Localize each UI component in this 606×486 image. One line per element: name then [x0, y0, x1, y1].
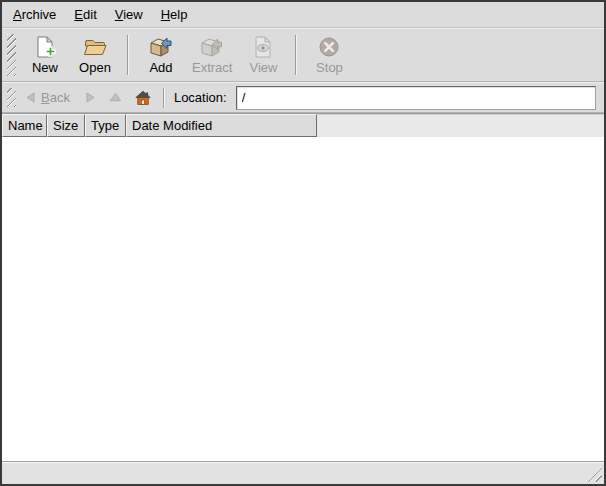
- menu-edit[interactable]: Edit: [65, 2, 105, 27]
- extract-button-label: Extract: [192, 61, 232, 75]
- column-header-date-modified[interactable]: Date Modified: [126, 114, 317, 137]
- menu-view-label: View: [115, 7, 143, 22]
- stop-button-label: Stop: [316, 61, 343, 75]
- file-list-empty-area[interactable]: [2, 137, 604, 461]
- back-button[interactable]: Back: [20, 86, 75, 110]
- add-button-label: Add: [149, 61, 172, 75]
- main-toolbar: New Open Add: [2, 28, 604, 82]
- file-list-view: Name Size Type Date Modified: [2, 113, 604, 461]
- home-button[interactable]: [130, 86, 156, 110]
- extract-button[interactable]: Extract: [186, 31, 238, 79]
- forward-icon: [83, 91, 96, 104]
- menu-archive[interactable]: Archive: [4, 2, 65, 27]
- back-button-label: Back: [41, 90, 70, 105]
- navigation-toolbar: Back Location:: [2, 82, 604, 113]
- stop-icon: [317, 35, 341, 59]
- menu-archive-label: Archive: [13, 7, 56, 22]
- toolbar-separator: [295, 35, 297, 75]
- menubar: Archive Edit View Help: [2, 2, 604, 28]
- view-button-label: View: [249, 61, 277, 75]
- menu-edit-label: Edit: [74, 7, 96, 22]
- home-icon: [135, 90, 151, 106]
- stop-button[interactable]: Stop: [304, 31, 354, 79]
- open-button-label: Open: [79, 61, 111, 75]
- up-button[interactable]: [104, 86, 127, 110]
- menu-help-label: Help: [161, 7, 188, 22]
- statusbar: [2, 461, 604, 484]
- column-header-size[interactable]: Size: [47, 114, 85, 137]
- view-button[interactable]: View: [238, 31, 288, 79]
- new-archive-icon: [33, 35, 57, 59]
- open-button[interactable]: Open: [70, 31, 120, 79]
- navbar-drag-handle[interactable]: [7, 88, 16, 107]
- add-button[interactable]: Add: [136, 31, 186, 79]
- new-button[interactable]: New: [20, 31, 70, 79]
- menu-view[interactable]: View: [106, 2, 152, 27]
- column-header-filler: [317, 114, 604, 137]
- extract-icon: [200, 35, 224, 59]
- new-button-label: New: [32, 61, 58, 75]
- view-file-icon: [251, 35, 275, 59]
- toolbar-drag-handle[interactable]: [7, 34, 16, 76]
- column-header-name[interactable]: Name: [2, 114, 47, 137]
- location-label: Location:: [174, 90, 227, 105]
- archive-manager-window: Archive Edit View Help New: [0, 0, 606, 486]
- forward-button[interactable]: [78, 86, 101, 110]
- open-archive-icon: [83, 35, 107, 59]
- add-files-icon: [149, 35, 173, 59]
- resize-grip[interactable]: [587, 467, 602, 482]
- up-icon: [109, 91, 122, 104]
- location-input[interactable]: [236, 86, 596, 110]
- navbar-separator: [163, 88, 165, 108]
- column-headers: Name Size Type Date Modified: [2, 114, 604, 137]
- toolbar-separator: [127, 35, 129, 75]
- column-header-type[interactable]: Type: [85, 114, 126, 137]
- menu-help[interactable]: Help: [152, 2, 197, 27]
- back-icon: [25, 91, 38, 104]
